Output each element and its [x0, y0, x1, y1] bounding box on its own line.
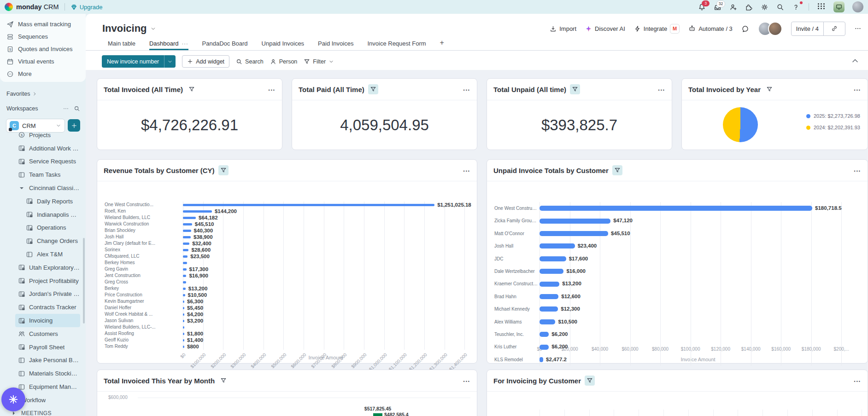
sidebar-item-equipment-manage[interactable]: Equipment Manage...: [15, 380, 80, 393]
sidebar-item-more[interactable]: More: [0, 68, 86, 80]
sidebar-item-operations[interactable]: Operations: [23, 221, 80, 235]
invite-button[interactable]: Invite / 4: [792, 22, 823, 35]
sidebar-item-mass-email-tracking[interactable]: Mass email tracking: [0, 18, 86, 30]
notifications-bell-icon[interactable]: 3: [698, 3, 706, 11]
board-menu-button[interactable]: [854, 25, 862, 32]
filter-button[interactable]: Filter: [304, 58, 334, 65]
bar[interactable]: [183, 230, 191, 232]
bar[interactable]: [183, 281, 186, 283]
sidebar-item-invoicing[interactable]: Invoicing: [15, 314, 80, 327]
sidebar-item-indianapolis-expl[interactable]: Indianapolis Expl...: [23, 208, 80, 221]
tab-paid-invoices[interactable]: Paid Invoices: [318, 40, 353, 50]
page-title[interactable]: Invoicing: [102, 23, 156, 35]
funnel-icon[interactable]: [612, 165, 622, 175]
sidebar-item-sequences[interactable]: Sequences: [0, 30, 86, 43]
board-members-avatars[interactable]: [758, 22, 782, 36]
bar[interactable]: [183, 268, 187, 271]
funnel-icon[interactable]: [570, 84, 580, 94]
integrate-button[interactable]: Integrate M: [634, 24, 680, 34]
bar[interactable]: [183, 217, 196, 219]
product-switcher-grid-icon[interactable]: [818, 3, 826, 11]
bar[interactable]: [183, 255, 188, 258]
tab-menu-icon[interactable]: ···: [182, 41, 188, 46]
discover-ai-button[interactable]: Discover AI: [585, 25, 625, 32]
sidebar-item-additional-work-form[interactable]: Additional Work Form: [15, 142, 80, 155]
ai-assistant-fab[interactable]: [1, 387, 25, 411]
bar[interactable]: [183, 307, 184, 309]
bar[interactable]: [183, 210, 212, 213]
copy-link-icon[interactable]: [823, 22, 845, 35]
sidebar-item-customers[interactable]: Customers: [15, 327, 80, 341]
bar[interactable]: [183, 262, 187, 264]
sidebar-item-daily-reports[interactable]: Daily Reports: [23, 195, 80, 208]
person-filter-button[interactable]: Person: [270, 58, 298, 65]
invite-members-icon[interactable]: [729, 3, 737, 11]
sidebar-scrollbar[interactable]: [83, 238, 85, 324]
widget-menu-icon[interactable]: [854, 376, 861, 385]
collapse-toolbar-chevron-icon[interactable]: [850, 56, 860, 65]
workspaces-menu-icon[interactable]: [63, 105, 69, 112]
help-icon[interactable]: [792, 3, 800, 11]
settings-gear-icon[interactable]: [761, 3, 768, 11]
bar[interactable]: [540, 206, 812, 211]
widget-menu-icon[interactable]: [269, 85, 276, 93]
add-widget-button[interactable]: Add widget: [182, 55, 229, 68]
bar[interactable]: [183, 243, 189, 245]
sidebar-item-change-orders[interactable]: Change Orders: [23, 234, 80, 248]
sidebar-item-projects[interactable]: $Projects: [15, 128, 80, 142]
new-invoice-number-button[interactable]: New invoice number: [102, 55, 176, 68]
bar[interactable]: [540, 332, 549, 337]
sidebar-item-alex-t-m[interactable]: Alex T&M: [23, 248, 80, 261]
bar[interactable]: [183, 313, 184, 316]
bar[interactable]: [540, 345, 549, 350]
screen-share-app-tile-icon[interactable]: [833, 1, 845, 12]
widget-menu-icon[interactable]: [658, 85, 665, 93]
user-avatar[interactable]: [852, 1, 863, 12]
bar[interactable]: [373, 413, 382, 416]
search-button[interactable]: Search: [236, 58, 264, 65]
sidebar-item-contracts-tracker[interactable]: Contracts Tracker: [15, 300, 80, 314]
import-button[interactable]: Import: [550, 25, 576, 32]
bar[interactable]: [540, 294, 558, 299]
bar[interactable]: [183, 288, 186, 290]
upgrade-button[interactable]: Upgrade: [70, 4, 103, 11]
automate-button[interactable]: Automate / 3: [688, 25, 733, 32]
bar[interactable]: [183, 320, 184, 322]
bar[interactable]: [183, 339, 184, 341]
sidebar-item-materials-stocking-r[interactable]: Materials Stocking R...: [15, 367, 80, 380]
bar[interactable]: [540, 243, 575, 248]
bar[interactable]: [540, 319, 555, 324]
widget-menu-icon[interactable]: [854, 166, 861, 174]
widget-menu-icon[interactable]: [854, 85, 861, 93]
tab-main-table[interactable]: Main table: [108, 40, 135, 50]
sidebar-item-jordan-s-private-board[interactable]: Jordan's Private Board: [15, 288, 80, 301]
pie-chart[interactable]: [723, 107, 758, 142]
tab-pandadoc-board[interactable]: PandaDoc Board: [202, 40, 248, 50]
funnel-icon[interactable]: [187, 84, 197, 94]
legend-item-2024[interactable]: 2024: $2,202,391.93: [806, 125, 860, 130]
funnel-icon[interactable]: [218, 165, 229, 175]
workspaces-search-icon[interactable]: [74, 105, 80, 112]
legend-item-2025[interactable]: 2025: $2,273,726.98: [806, 113, 860, 119]
sidebar-item-quotes-and-invoices[interactable]: $Quotes and Invoices: [0, 43, 86, 55]
bar[interactable]: [540, 231, 608, 236]
bar[interactable]: [183, 294, 185, 296]
bar[interactable]: [183, 249, 188, 251]
bar[interactable]: [183, 326, 184, 329]
sidebar-item-team-tasks[interactable]: Team Tasks: [15, 168, 80, 181]
bar[interactable]: [183, 333, 184, 335]
tab-dashboard[interactable]: Dashboard···: [149, 40, 188, 50]
widget-menu-icon[interactable]: [463, 85, 470, 93]
sidebar-item-service-requests[interactable]: Service Requests: [15, 155, 80, 168]
tab-unpaid-invoices[interactable]: Unpaid Invoices: [262, 40, 305, 50]
bar[interactable]: [183, 300, 184, 303]
bar[interactable]: [540, 357, 543, 362]
sidebar-item-jake-personal-board[interactable]: Jake Personal Board: [15, 354, 80, 367]
bar[interactable]: [183, 346, 184, 348]
sidebar-item-cincinnati-classical[interactable]: Cincinnati Classical ...: [15, 181, 80, 195]
bar[interactable]: [540, 269, 563, 274]
add-view-tab[interactable]: +: [440, 39, 444, 50]
bar[interactable]: [183, 204, 434, 206]
widget-menu-icon[interactable]: [463, 166, 470, 174]
sidebar-item-project-profitability[interactable]: Project Profitability: [15, 274, 80, 288]
